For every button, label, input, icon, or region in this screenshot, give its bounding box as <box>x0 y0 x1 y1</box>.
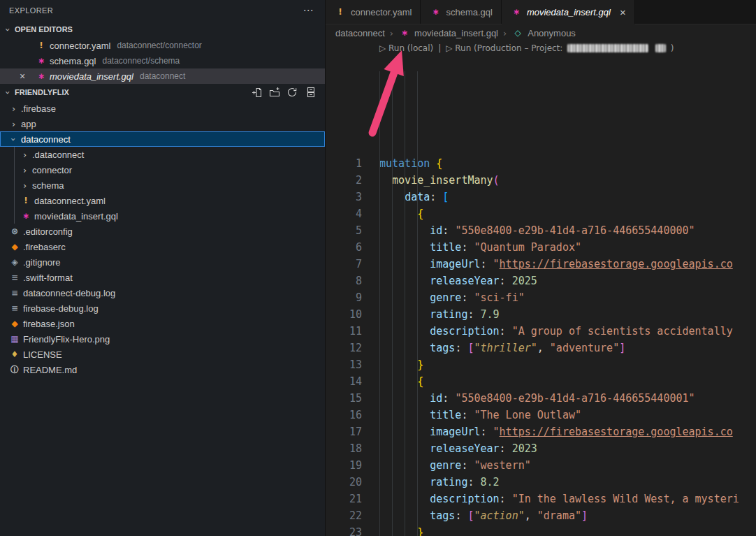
new-folder-button[interactable] <box>269 87 280 98</box>
chevron-right-icon: › <box>20 180 30 191</box>
code-line: 15 id: "550e8400-e29b-41d4-a716-44665544… <box>326 390 756 407</box>
chevron-down-icon: › <box>8 134 19 145</box>
collapse-all-button[interactable] <box>304 87 315 98</box>
firebase-icon: ◆ <box>8 319 21 328</box>
file-tree: ›.firebase›app›dataconnect›.dataconnect›… <box>0 101 325 377</box>
chevron-right-icon: › <box>20 150 30 160</box>
yaml-warning-icon: ! <box>35 41 48 50</box>
breadcrumb-label: moviedata_insert.gql <box>414 28 498 38</box>
code-line: 12 tags: ["thriller", "adventure"] <box>326 340 756 356</box>
code-line: 13 } <box>326 356 756 373</box>
tree-item-moviedata_insert.gql[interactable]: ∗moviedata_insert.gql <box>0 208 325 224</box>
close-icon[interactable]: × <box>20 71 35 82</box>
image-icon: ▦ <box>8 334 21 344</box>
run-production-link[interactable]: ▷ Run (Production – Project: ) <box>446 43 674 53</box>
code-line: 21 description: "In the lawless Wild Wes… <box>326 491 756 507</box>
more-actions-icon[interactable]: ⋯ <box>303 4 314 17</box>
tree-item-label: .swift-format <box>23 273 73 283</box>
indent-guide <box>392 71 393 536</box>
tree-item-.dataconnect[interactable]: ›.dataconnect <box>0 147 325 162</box>
breadcrumb-separator: › <box>390 28 393 38</box>
tree-item-schema[interactable]: ›schema <box>0 178 325 193</box>
tree-item-README.md[interactable]: ⓘREADME.md <box>0 362 325 377</box>
git-icon: ◈ <box>8 257 21 267</box>
open-editors-header[interactable]: › OPEN EDITORS <box>0 21 325 38</box>
line-number: 12 <box>326 340 362 356</box>
line-number: 7 <box>326 256 362 273</box>
line-number: 17 <box>326 423 362 440</box>
new-file-button[interactable] <box>252 87 263 98</box>
workspace-header[interactable]: › FRIENDLYFLIX <box>0 84 325 101</box>
open-editor-connector.yaml[interactable]: !connector.yamldataconnect/connector <box>0 38 325 53</box>
tree-item-firebase.json[interactable]: ◆firebase.json <box>0 316 325 331</box>
line-number: 10 <box>326 306 362 323</box>
tree-item-dataconnect.yaml[interactable]: !dataconnect.yaml <box>0 193 325 208</box>
tree-item-label: dataconnect-debug.log <box>23 288 115 298</box>
code-lines: 1mutation {2 movie_insertMany(3 data: [4… <box>326 155 756 536</box>
tab-schema.gql[interactable]: ∗schema.gql <box>421 0 501 24</box>
chevron-right-icon: › <box>8 119 19 129</box>
file-path: dataconnect/schema <box>102 56 180 66</box>
line-number: 23 <box>326 524 362 536</box>
yaml-warning-icon: ! <box>334 7 347 17</box>
tree-item-app[interactable]: ›app <box>0 116 325 131</box>
tab-moviedata_insert.gql[interactable]: ∗moviedata_insert.gql× <box>502 0 635 24</box>
tree-item-label: dataconnect <box>21 134 71 145</box>
run-local-link[interactable]: ▷ Run (local) <box>379 43 433 53</box>
code-line: 7 imageUrl: "https://firebasestorage.goo… <box>326 256 756 273</box>
tree-item-dataconnect[interactable]: ›dataconnect <box>0 131 325 147</box>
tree-item-label: firebase-debug.log <box>23 303 99 314</box>
tree-item-firebase-debug.log[interactable]: ≡firebase-debug.log <box>0 300 325 316</box>
graphql-icon: ∗ <box>429 7 442 17</box>
line-number: 4 <box>326 205 362 222</box>
code-line: 9 genre: "sci-fi" <box>326 289 756 306</box>
tree-item-.firebaserc[interactable]: ◆.firebaserc <box>0 239 325 254</box>
doc-icon: ≡ <box>8 273 21 282</box>
code-line: 4 { <box>326 205 756 222</box>
breadcrumb-separator: › <box>503 28 507 38</box>
tree-item-dataconnect-debug.log[interactable]: ≡dataconnect-debug.log <box>0 285 325 300</box>
breadcrumb-item-Anonymous[interactable]: ◇Anonymous <box>511 28 576 38</box>
tree-item-.gitignore[interactable]: ◈.gitignore <box>0 254 325 270</box>
doc-icon: ≡ <box>8 303 21 313</box>
chevron-right-icon: › <box>8 103 19 114</box>
breadcrumb-item-moviedata_insert.gql[interactable]: ∗moviedata_insert.gql <box>398 28 498 38</box>
file-name: moviedata_insert.gql <box>50 71 133 82</box>
editor-group: !connector.yaml∗schema.gql∗moviedata_ins… <box>326 0 756 536</box>
graphql-icon: ∗ <box>398 28 411 38</box>
refresh-button[interactable] <box>286 87 298 98</box>
tab-connector.yaml[interactable]: !connector.yaml <box>326 0 421 24</box>
tree-item-LICENSE[interactable]: ♦LICENSE <box>0 347 325 362</box>
tab-label: schema.gql <box>446 7 492 17</box>
line-number: 5 <box>326 222 362 239</box>
tree-item-connector[interactable]: ›connector <box>0 162 325 178</box>
chevron-right-icon: › <box>20 165 30 175</box>
explorer-sidebar: EXPLORER ⋯ › OPEN EDITORS !connector.yam… <box>0 0 326 536</box>
line-number: 11 <box>326 323 362 340</box>
symbol-icon: ◇ <box>511 28 524 38</box>
file-path: dataconnect/connector <box>117 41 201 50</box>
code-line: 19 genre: "western" <box>326 457 756 474</box>
graphql-icon: ∗ <box>510 7 523 17</box>
indent-guide <box>14 147 15 224</box>
code-line: 6 title: "Quantum Paradox" <box>326 239 756 256</box>
open-editors-list: !connector.yamldataconnect/connector∗sch… <box>0 38 325 84</box>
tree-item-.editorconfig[interactable]: ⊛.editorconfig <box>0 224 325 239</box>
code-line: 3 data: [ <box>326 189 756 205</box>
close-icon[interactable]: × <box>620 6 626 18</box>
code-editor[interactable]: 1mutation {2 movie_insertMany(3 data: [4… <box>326 55 756 536</box>
code-line: 2 movie_insertMany( <box>326 172 756 189</box>
breadcrumb-item-dataconnect[interactable]: dataconnect <box>335 28 385 38</box>
tree-item-.swift-format[interactable]: ≡.swift-format <box>0 270 325 285</box>
open-editor-moviedata_insert.gql[interactable]: ×∗moviedata_insert.gqldataconnect <box>0 68 325 84</box>
tree-item-FriendlyFlix-Hero.png[interactable]: ▦FriendlyFlix-Hero.png <box>0 331 325 347</box>
line-number: 1 <box>326 155 362 172</box>
workspace-label: FRIENDLYFLIX <box>15 88 69 96</box>
tree-item-label: .firebaserc <box>23 242 66 252</box>
file-name: schema.gql <box>50 56 96 66</box>
redacted-project-suffix <box>655 44 666 52</box>
tree-item-.firebase[interactable]: ›.firebase <box>0 101 325 116</box>
indent-guide <box>417 71 418 536</box>
yaml-warning-icon: ! <box>20 196 32 205</box>
open-editor-schema.gql[interactable]: ∗schema.gqldataconnect/schema <box>0 53 325 68</box>
